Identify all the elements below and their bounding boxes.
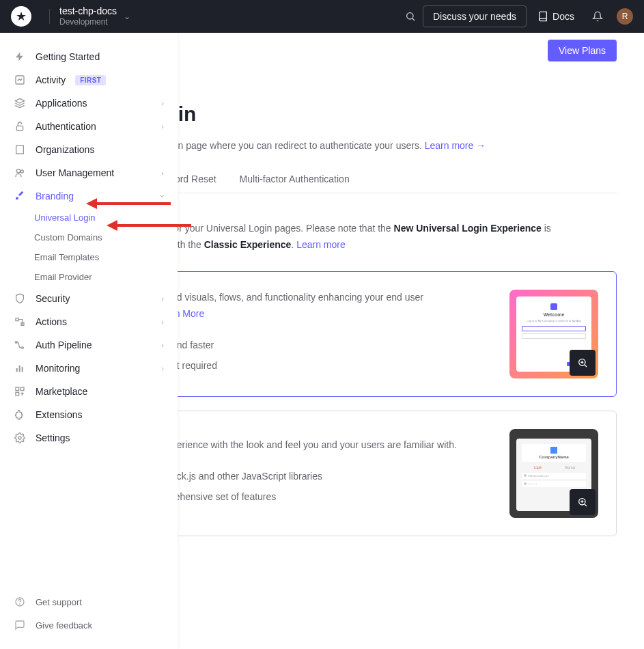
view-plans-button[interactable]: View Plans <box>548 40 617 61</box>
sidebar-item-label: Activity <box>36 74 66 85</box>
zoom-icon[interactable] <box>570 489 596 515</box>
sidebar-item-label: User Management <box>36 167 114 178</box>
sidebar-item-marketplace[interactable]: Marketplace <box>0 380 178 403</box>
project-selector[interactable]: test-chp-docs Development <box>59 5 117 27</box>
svg-rect-19 <box>19 365 20 372</box>
sidebar-footer-give-feedback[interactable]: Give feedback <box>0 613 178 637</box>
project-name: test-chp-docs <box>59 5 117 17</box>
avatar[interactable]: R <box>617 8 633 25</box>
sidebar: Getting StartedActivityFIRSTApplications… <box>0 33 178 649</box>
svg-rect-20 <box>22 367 23 372</box>
sidebar-item-label: Branding <box>36 191 74 202</box>
svg-rect-21 <box>16 387 19 391</box>
brush-icon <box>14 190 26 202</box>
sidebar-item-extensions[interactable]: Extensions <box>0 403 178 426</box>
sidebar-item-label: Monitoring <box>36 363 80 374</box>
divider <box>49 9 50 24</box>
chevron-right-icon: › <box>161 364 164 372</box>
sidebar-footer: Get supportGive feedback <box>0 581 178 649</box>
sidebar-item-applications[interactable]: Applications› <box>0 92 178 115</box>
card-new-experience[interactable]: ed visuals, flows, and functionality enh… <box>153 271 617 397</box>
svg-point-26 <box>18 437 21 439</box>
chevron-right-icon: › <box>161 294 164 303</box>
book-icon <box>537 11 548 22</box>
svg-point-0 <box>407 13 413 19</box>
intro-text: feel for your Universal Login pages. Ple… <box>153 221 617 253</box>
sidebar-footer-get-support[interactable]: Get support <box>0 590 178 613</box>
zoom-icon[interactable] <box>570 350 596 376</box>
card-classic-experience[interactable]: perience with the look and feel you and … <box>153 411 617 536</box>
bars-icon <box>14 362 26 374</box>
sidebar-item-label: Settings <box>36 432 70 443</box>
stack-icon <box>14 97 26 109</box>
page-title: ogin <box>153 102 617 126</box>
chevron-right-icon: › <box>161 318 164 326</box>
svg-rect-23 <box>16 392 19 396</box>
sidebar-item-settings[interactable]: Settings <box>0 426 178 450</box>
svg-point-28 <box>20 604 20 605</box>
svg-rect-22 <box>20 387 24 391</box>
building-icon <box>14 143 26 156</box>
svg-point-12 <box>16 169 20 173</box>
tab-mfa[interactable]: Multi-factor Authentication <box>240 174 350 193</box>
docs-link[interactable]: Docs <box>537 11 574 22</box>
grid-icon <box>14 385 26 398</box>
sidebar-item-label: Security <box>36 293 70 304</box>
chevron-right-icon: › <box>161 122 164 130</box>
logo-icon[interactable] <box>11 6 31 27</box>
sidebar-item-label: Getting Started <box>36 51 100 62</box>
svg-point-13 <box>20 170 23 173</box>
svg-point-17 <box>22 347 24 349</box>
puzzle-icon <box>14 409 26 421</box>
chevron-right-icon: › <box>161 169 164 177</box>
sidebar-item-security[interactable]: Security› <box>0 287 178 310</box>
tabs: assword Reset Multi-factor Authenticatio… <box>153 174 617 193</box>
thumbnail-new: Welcome Log in to My Company to continue… <box>509 290 598 378</box>
badge: FIRST <box>75 75 106 85</box>
flow-icon <box>14 316 26 328</box>
chevron-down-icon[interactable]: ⌄ <box>124 12 130 21</box>
bell-icon[interactable] <box>585 4 610 29</box>
sidebar-item-label: Extensions <box>36 409 82 420</box>
chevron-right-icon: › <box>161 99 164 107</box>
sidebar-item-authentication[interactable]: Authentication› <box>0 115 178 138</box>
svg-line-32 <box>585 365 587 367</box>
sidebar-item-label: Organizations <box>36 144 94 155</box>
discuss-button[interactable]: Discuss your needs <box>423 5 527 27</box>
sidebar-item-monitoring[interactable]: Monitoring› <box>0 357 178 380</box>
sidebar-subitem-custom-domains[interactable]: Custom Domains <box>25 227 178 247</box>
sidebar-item-auth-pipeline[interactable]: Auth Pipeline› <box>0 333 178 357</box>
sidebar-item-actions[interactable]: Actions› <box>0 310 178 333</box>
learn-more-link[interactable]: Learn more <box>296 239 346 250</box>
sidebar-item-activity[interactable]: ActivityFIRST <box>0 68 178 92</box>
page-description: al login page where you can redirect to … <box>153 138 617 153</box>
lock-icon <box>14 120 26 133</box>
learn-more-link[interactable]: Learn more → <box>425 140 486 151</box>
users-icon <box>14 167 26 179</box>
sidebar-item-label: Actions <box>36 316 67 327</box>
pipeline-icon <box>14 339 26 351</box>
search-icon[interactable] <box>398 4 423 29</box>
chevron-right-icon: › <box>161 341 164 349</box>
shield-icon <box>14 292 26 305</box>
chart-icon <box>14 74 26 86</box>
sidebar-item-getting-started[interactable]: Getting Started <box>0 45 178 68</box>
svg-marker-3 <box>15 98 24 103</box>
sidebar-item-label: Auth Pipeline <box>36 340 92 350</box>
sidebar-item-label: Applications <box>36 98 87 109</box>
chat-icon <box>14 619 26 631</box>
help-icon <box>14 596 26 608</box>
banner: View Plans <box>153 33 617 68</box>
sidebar-subitem-email-provider[interactable]: Email Provider <box>25 267 178 287</box>
gear-icon <box>14 432 26 444</box>
sidebar-item-user-management[interactable]: User Management› <box>0 161 178 184</box>
thumbnail-classic: CompanyName Login Signup hello@email.com… <box>509 429 598 518</box>
svg-line-36 <box>585 504 587 506</box>
svg-rect-14 <box>16 318 18 321</box>
sidebar-nav: Getting StartedActivityFIRSTApplications… <box>0 33 178 581</box>
svg-line-1 <box>412 18 415 20</box>
sidebar-subitem-email-templates[interactable]: Email Templates <box>25 247 178 267</box>
bolt-icon <box>14 51 26 63</box>
project-environment: Development <box>59 17 117 27</box>
sidebar-item-organizations[interactable]: Organizations <box>0 138 178 161</box>
